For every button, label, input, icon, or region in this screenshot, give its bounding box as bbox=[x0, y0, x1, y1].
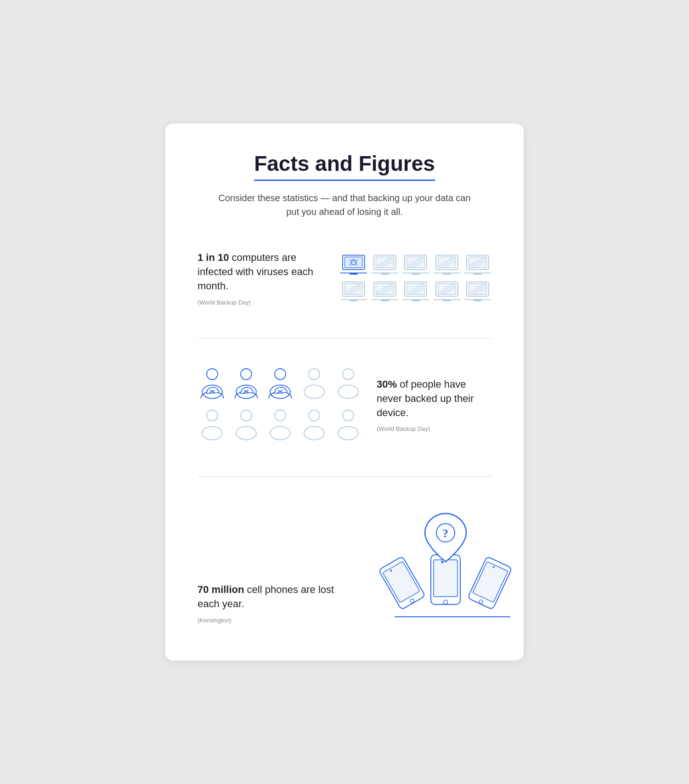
svg-text:?: ? bbox=[442, 527, 448, 540]
source2: (World Backup Day) bbox=[377, 425, 491, 432]
svg-rect-65 bbox=[412, 299, 420, 301]
section3-text: 70 million cell phones are lost each yea… bbox=[198, 583, 354, 624]
svg-point-12 bbox=[352, 261, 353, 262]
person-highlighted bbox=[198, 366, 227, 403]
svg-rect-41 bbox=[474, 273, 482, 275]
svg-point-101 bbox=[338, 385, 358, 398]
svg-rect-81 bbox=[474, 299, 482, 301]
person-inactive bbox=[265, 407, 295, 444]
laptop-infected bbox=[340, 254, 367, 276]
svg-point-105 bbox=[236, 426, 256, 440]
svg-rect-17 bbox=[380, 273, 389, 275]
section-people: 30% of people have never backed up their… bbox=[198, 357, 491, 458]
section-computers: 1 in 10 computers are infected with viru… bbox=[198, 242, 491, 319]
svg-point-123 bbox=[441, 561, 444, 563]
person-highlighted bbox=[232, 366, 261, 403]
source1: (World Backup Day) bbox=[198, 299, 326, 306]
person-inactive bbox=[333, 407, 363, 444]
svg-point-106 bbox=[275, 410, 286, 421]
laptop-normal bbox=[402, 254, 429, 276]
page-title: Facts and Figures bbox=[254, 151, 435, 181]
header-section: Facts and Figures Consider these statist… bbox=[198, 151, 491, 219]
person-inactive bbox=[198, 407, 227, 444]
laptops-grid bbox=[340, 254, 491, 303]
divider1 bbox=[198, 338, 491, 338]
person-inactive bbox=[232, 407, 261, 444]
svg-rect-57 bbox=[380, 299, 389, 301]
svg-point-90 bbox=[241, 368, 252, 379]
people-grid bbox=[198, 366, 363, 444]
header-subtitle: Consider these statistics — and that bac… bbox=[216, 191, 473, 219]
stat2: 30% of people have never backed up their… bbox=[377, 378, 491, 420]
svg-point-100 bbox=[343, 368, 354, 379]
svg-point-104 bbox=[241, 410, 252, 421]
svg-rect-49 bbox=[350, 299, 358, 301]
svg-point-108 bbox=[309, 410, 320, 421]
svg-rect-3 bbox=[350, 273, 358, 275]
stat1: 1 in 10 computers are infected with viru… bbox=[198, 251, 326, 293]
section2-text: 30% of people have never backed up their… bbox=[377, 378, 491, 432]
source3: (Kensington) bbox=[198, 617, 354, 624]
svg-point-109 bbox=[304, 426, 324, 440]
laptop-normal bbox=[464, 254, 491, 276]
svg-rect-73 bbox=[443, 299, 451, 301]
laptop-normal bbox=[433, 280, 461, 303]
laptop-normal bbox=[433, 254, 461, 276]
laptop-normal bbox=[340, 280, 367, 303]
section1-text: 1 in 10 computers are infected with viru… bbox=[198, 251, 326, 305]
svg-point-111 bbox=[338, 426, 358, 440]
svg-point-110 bbox=[343, 410, 354, 421]
laptop-normal bbox=[371, 280, 399, 303]
main-card: Facts and Figures Consider these statist… bbox=[165, 124, 524, 660]
svg-point-13 bbox=[354, 261, 355, 262]
person-inactive bbox=[333, 366, 363, 403]
person-inactive bbox=[299, 407, 329, 444]
svg-point-107 bbox=[270, 426, 290, 440]
laptop-normal bbox=[371, 254, 399, 276]
stat3: 70 million cell phones are lost each yea… bbox=[198, 583, 354, 611]
stat3-bold: 70 million bbox=[198, 584, 244, 595]
stat2-bold: 30% bbox=[377, 378, 397, 390]
svg-rect-33 bbox=[443, 273, 451, 275]
stat1-bold: 1 in 10 bbox=[198, 252, 229, 263]
svg-point-102 bbox=[207, 410, 218, 421]
person-inactive bbox=[299, 366, 329, 403]
laptop-normal bbox=[402, 280, 429, 303]
person-highlighted bbox=[265, 366, 295, 403]
svg-point-86 bbox=[207, 368, 218, 379]
svg-point-103 bbox=[202, 426, 222, 440]
svg-rect-121 bbox=[434, 560, 457, 597]
laptop-normal bbox=[464, 280, 491, 303]
section-phones: 70 million cell phones are lost each yea… bbox=[198, 495, 491, 628]
phones-illustration: ? bbox=[367, 504, 524, 624]
svg-rect-1 bbox=[344, 257, 362, 268]
svg-point-98 bbox=[309, 368, 320, 379]
svg-point-94 bbox=[275, 368, 286, 379]
svg-point-99 bbox=[304, 385, 324, 398]
divider2 bbox=[198, 476, 491, 477]
lost-phones-svg: ? bbox=[367, 504, 524, 624]
svg-rect-25 bbox=[412, 273, 420, 275]
